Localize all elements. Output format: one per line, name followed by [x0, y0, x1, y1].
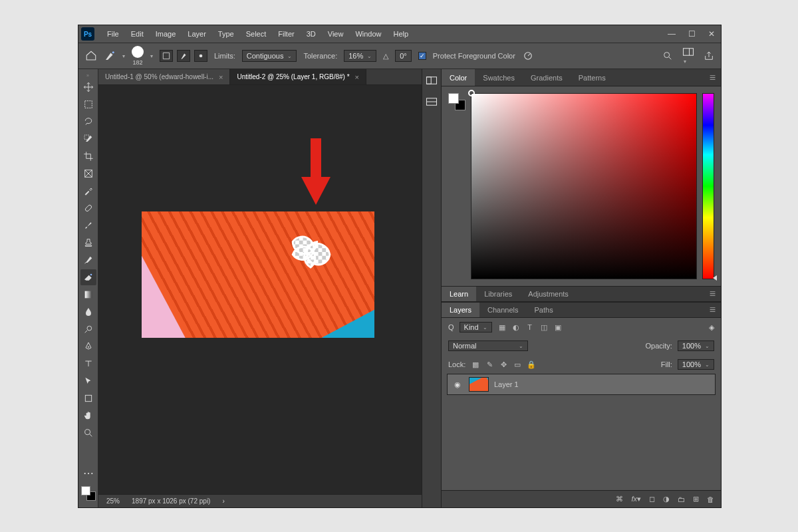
protect-fg-checkbox[interactable]: ✓ [418, 52, 426, 60]
brush-preset[interactable]: 182 [132, 46, 144, 66]
filter-pixel-icon[interactable]: ▦ [497, 323, 507, 332]
brush-pressure-icon[interactable] [194, 50, 207, 62]
panel-menu-icon[interactable]: ≡ [704, 287, 721, 301]
fill-input[interactable]: 100%⌄ [678, 359, 714, 370]
panel-menu-icon[interactable]: ≡ [704, 303, 721, 317]
lock-position-icon[interactable]: ✥ [499, 360, 508, 369]
type-tool[interactable] [80, 356, 96, 372]
tab-libraries[interactable]: Libraries [476, 287, 520, 301]
layer-row[interactable]: ◉ Layer 1 [447, 374, 716, 395]
canvas[interactable] [98, 85, 422, 494]
healing-tool[interactable] [80, 200, 96, 216]
filter-shape-icon[interactable]: ◫ [539, 323, 549, 332]
eraser-tool[interactable] [80, 269, 96, 285]
tool-preset-icon[interactable] [104, 50, 116, 62]
path-select-tool[interactable] [80, 373, 96, 389]
frame-tool[interactable] [80, 166, 96, 182]
close-icon[interactable]: × [355, 73, 359, 81]
opacity-input[interactable]: 100%⌄ [678, 340, 714, 351]
link-layers-icon[interactable]: ⌘ [616, 495, 623, 503]
layer-filter-kind[interactable]: Kind⌄ [460, 322, 492, 332]
tab-patterns[interactable]: Patterns [571, 69, 614, 86]
chevron-down-icon[interactable]: ▾ [150, 53, 153, 59]
tab-layers[interactable]: Layers [442, 303, 479, 317]
menu-edit[interactable]: Edit [125, 27, 150, 41]
marquee-tool[interactable] [80, 96, 96, 112]
tab-adjustments[interactable]: Adjustments [520, 287, 577, 301]
dodge-tool[interactable] [80, 321, 96, 337]
hue-slider[interactable] [702, 93, 714, 279]
tab-learn[interactable]: Learn [442, 287, 476, 301]
menu-layer[interactable]: Layer [182, 27, 212, 41]
doc-tab-1[interactable]: Untitled-1 @ 50% (edward-howell-i... × [98, 69, 230, 84]
workspace-switcher-icon[interactable]: ▾ [682, 47, 694, 65]
doc-tab-2[interactable]: Untitled-2 @ 25% (Layer 1, RGB/8#) * × [230, 69, 366, 84]
delete-layer-icon[interactable]: 🗑 [707, 495, 714, 503]
tab-gradients[interactable]: Gradients [523, 69, 571, 86]
lock-transparency-icon[interactable]: ▩ [471, 360, 480, 369]
lock-all-icon[interactable]: 🔒 [527, 360, 536, 369]
hand-tool[interactable] [80, 408, 96, 424]
menu-image[interactable]: Image [150, 27, 182, 41]
tab-color[interactable]: Color [442, 69, 475, 86]
panel-fg-bg-swatches[interactable] [448, 93, 466, 110]
filter-smart-icon[interactable]: ▣ [553, 323, 563, 332]
zoom-level[interactable]: 25% [106, 497, 120, 505]
history-panel-icon[interactable] [426, 76, 438, 88]
layer-mask-icon[interactable]: ◻ [649, 495, 655, 503]
pen-tool[interactable] [80, 338, 96, 354]
menu-help[interactable]: Help [388, 27, 415, 41]
brush-pressure-toggle-icon[interactable] [522, 50, 534, 62]
maximize-button[interactable]: ☐ [686, 29, 697, 39]
tolerance-select[interactable]: 16%⌄ [344, 50, 376, 62]
filter-adjust-icon[interactable]: ◐ [511, 323, 521, 332]
gradient-tool[interactable] [80, 287, 96, 303]
blur-tool[interactable] [80, 304, 96, 320]
adjustment-layer-icon[interactable]: ◑ [663, 495, 670, 503]
tab-paths[interactable]: Paths [527, 303, 561, 317]
menu-view[interactable]: View [322, 27, 350, 41]
menu-file[interactable]: File [101, 27, 125, 41]
tab-channels[interactable]: Channels [479, 303, 526, 317]
fg-bg-swatches[interactable] [81, 486, 96, 501]
new-layer-icon[interactable]: ⊞ [693, 495, 699, 503]
menu-select[interactable]: Select [240, 27, 273, 41]
lock-paint-icon[interactable]: ✎ [485, 360, 494, 369]
search-icon[interactable] [662, 51, 673, 61]
brush-angle-icon[interactable] [177, 50, 190, 62]
group-icon[interactable]: 🗀 [678, 495, 685, 503]
stamp-tool[interactable] [80, 235, 96, 251]
close-button[interactable]: ✕ [706, 29, 717, 39]
shape-tool[interactable] [80, 390, 96, 406]
crop-tool[interactable] [80, 148, 96, 164]
zoom-tool[interactable] [80, 425, 96, 441]
menu-filter[interactable]: Filter [272, 27, 300, 41]
brush-tool[interactable] [80, 217, 96, 233]
fg-swatch[interactable] [81, 486, 90, 495]
close-icon[interactable]: × [219, 73, 223, 81]
quick-select-tool[interactable] [80, 131, 96, 147]
status-chevron-icon[interactable]: › [222, 497, 224, 505]
tab-swatches[interactable]: Swatches [475, 69, 523, 86]
menu-type[interactable]: Type [212, 27, 240, 41]
blend-mode-select[interactable]: Normal⌄ [448, 340, 528, 351]
eyedropper-tool[interactable] [80, 183, 96, 199]
move-tool[interactable] [80, 79, 96, 95]
lock-artboard-icon[interactable]: ▭ [513, 360, 522, 369]
more-tools-icon[interactable]: ⋯ [80, 465, 96, 481]
properties-panel-icon[interactable] [426, 97, 438, 109]
lasso-tool[interactable] [80, 114, 96, 130]
home-icon[interactable] [85, 50, 97, 62]
angle-input[interactable]: 0° [395, 50, 412, 62]
menu-3d[interactable]: 3D [301, 27, 322, 41]
filter-toggle-icon[interactable]: ◈ [709, 323, 714, 332]
menu-window[interactable]: Window [349, 27, 387, 41]
panel-menu-icon[interactable]: ≡ [704, 69, 721, 86]
filter-type-icon[interactable]: T [525, 323, 535, 332]
brush-settings-icon[interactable] [160, 50, 173, 62]
minimize-button[interactable]: — [666, 29, 677, 39]
visibility-icon[interactable]: ◉ [454, 380, 464, 389]
limits-select[interactable]: Contiguous⌄ [242, 50, 297, 62]
history-brush-tool[interactable] [80, 252, 96, 268]
saturation-value-picker[interactable] [471, 93, 697, 279]
